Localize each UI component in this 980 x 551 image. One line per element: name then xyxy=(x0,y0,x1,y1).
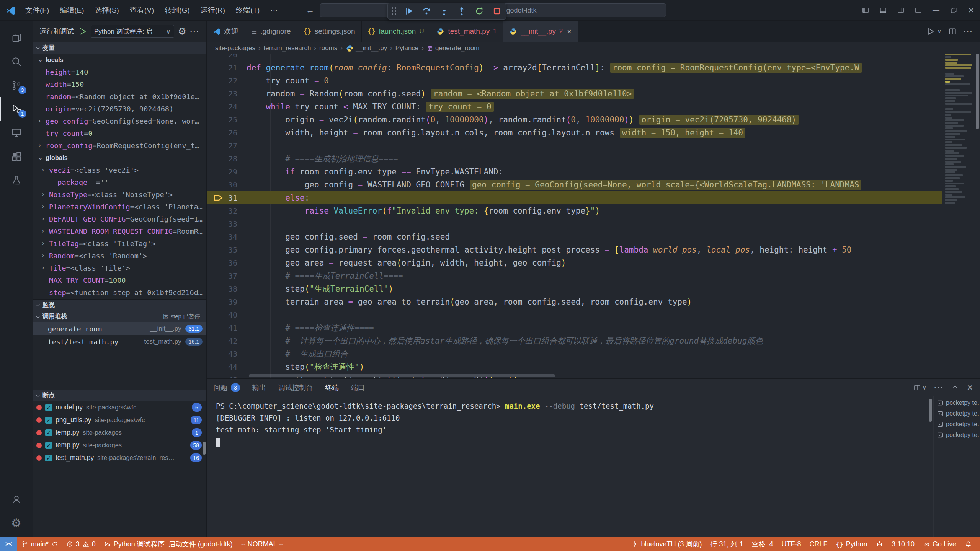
code-line-21[interactable]: def generate_room(room_config: RoomReque… xyxy=(247,61,942,74)
variable-row[interactable]: ›geo_config = GeoConfig(seed=None, wor… xyxy=(33,115,206,127)
terminal-instance[interactable]: pocketpy te… xyxy=(934,410,980,417)
encoding[interactable]: UTF-8 xyxy=(777,537,805,551)
code-line-27[interactable] xyxy=(247,139,942,152)
code-line-26[interactable]: width, height = room_config.layout.n_col… xyxy=(247,126,942,139)
variable-row[interactable]: step = <function step at 0x1bf9cd216d… xyxy=(41,286,206,298)
panel-tab-问题[interactable]: 问题3 xyxy=(214,379,240,396)
line-number[interactable]: 22 xyxy=(207,74,247,87)
variables-header[interactable]: 变量 xyxy=(33,42,206,54)
code-line-24[interactable]: while try_count < MAX_TRY_COUNT:try_coun… xyxy=(247,100,942,113)
code-line-37[interactable]: # ====生成TerrainCell==== xyxy=(247,269,942,282)
horizontal-scrollbar[interactable] xyxy=(249,374,555,377)
menu-item-2[interactable]: 选择(S) xyxy=(90,0,124,20)
line-number[interactable]: 41 xyxy=(207,321,247,334)
panel-tab-输出[interactable]: 输出 xyxy=(252,379,266,396)
continue-icon[interactable] xyxy=(404,6,414,16)
window-restore-icon[interactable] xyxy=(945,0,962,20)
code-line-32[interactable]: raise ValueError(f"Invalid env type: {ro… xyxy=(247,204,942,217)
activity-search-icon[interactable] xyxy=(0,50,33,73)
breakpoint-row[interactable]: ✓ test_math.py site-packages\terrain_res… xyxy=(33,452,206,464)
variable-row[interactable]: MAX_TRY_COUNT = 1000 xyxy=(41,274,206,286)
step-over-icon[interactable] xyxy=(421,6,431,16)
activity-debug-icon[interactable]: 1 xyxy=(0,97,33,121)
breadcrumb-item[interactable]: rooms xyxy=(319,44,337,52)
toggle-secondary-sidebar-icon[interactable] xyxy=(892,0,910,20)
indentation[interactable]: 空格: 4 xyxy=(748,537,777,551)
restart-icon[interactable] xyxy=(474,6,484,16)
line-number[interactable]: 30 xyxy=(207,178,247,191)
code-line-28[interactable]: # ====生成初始地理信息==== xyxy=(247,152,942,165)
menu-item-3[interactable]: 查看(V) xyxy=(124,0,159,20)
breakpoint-checkbox[interactable]: ✓ xyxy=(45,455,52,461)
panel-more-icon[interactable]: ··· xyxy=(934,383,944,392)
problems-status[interactable]: 3 0 xyxy=(62,537,100,551)
debug-toolbar-grip[interactable] xyxy=(392,7,396,15)
code-line-31[interactable]: else: xyxy=(247,191,942,204)
line-number[interactable]: 26 xyxy=(207,126,247,139)
variable-row[interactable]: ›PlanetaryWindConfig = <class 'Planeta… xyxy=(41,201,206,213)
variable-row[interactable]: ›WASTELAND_ROOM_REQUEST_CONFIG = RoomR… xyxy=(41,225,206,237)
more-actions-icon[interactable]: ··· xyxy=(190,27,200,36)
cursor-position[interactable]: 行 31, 列 1 xyxy=(706,537,748,551)
watch-header[interactable]: 监视 xyxy=(33,299,206,311)
panel-tab-端口[interactable]: 端口 xyxy=(351,379,365,396)
step-out-icon[interactable] xyxy=(457,6,467,16)
code-line-33[interactable] xyxy=(247,217,942,230)
line-number[interactable]: 21 xyxy=(207,61,247,74)
variable-row[interactable]: try_count = 0 xyxy=(33,127,206,139)
run-icon[interactable] xyxy=(926,27,935,36)
terminal-output[interactable]: PS C:\computer_science\godot-ldtk\site-p… xyxy=(207,396,933,537)
step-into-icon[interactable] xyxy=(439,6,449,16)
activity-settings-gear-icon[interactable]: ⚙ xyxy=(0,511,33,535)
menu-item-1[interactable]: 编辑(E) xyxy=(54,0,89,20)
minimap[interactable] xyxy=(942,54,975,378)
breadcrumb-item[interactable]: generate_room xyxy=(427,44,479,52)
go-live-item[interactable]: Go Live xyxy=(919,537,960,551)
git-blame-item[interactable]: blueloveTH (3 周前) xyxy=(627,537,706,551)
line-number[interactable]: 43 xyxy=(207,347,247,360)
scope-locals[interactable]: ⌄locals xyxy=(33,54,206,66)
window-close-icon[interactable]: ✕ xyxy=(962,0,980,20)
activity-account-icon[interactable] xyxy=(0,487,33,511)
breakpoints-header[interactable]: 断点 xyxy=(33,390,206,401)
code-line-35[interactable]: geo_config.primary_forces.geothermal_act… xyxy=(247,243,942,256)
editor-more-icon[interactable]: ··· xyxy=(964,27,973,36)
code-line-25[interactable]: origin = vec2i(random.randint(0, 1000000… xyxy=(247,113,942,126)
line-number[interactable]: 32 xyxy=(207,204,247,217)
menu-item-5[interactable]: 运行(R) xyxy=(195,0,230,20)
git-branch-item[interactable]: main* xyxy=(17,537,62,551)
breakpoint-row[interactable]: ✓ temp.py site-packages 58 xyxy=(33,439,206,452)
line-number[interactable]: 38 xyxy=(207,282,247,295)
debug-start-icon[interactable] xyxy=(78,27,87,36)
nav-back-icon[interactable]: ← xyxy=(306,5,314,15)
menu-item-4[interactable]: 转到(G) xyxy=(159,0,195,20)
breakpoint-checkbox[interactable]: ✓ xyxy=(45,429,52,436)
line-number[interactable]: 23 xyxy=(207,87,247,100)
gear-icon[interactable]: ⚙ xyxy=(178,26,186,37)
panel-tab-调试控制台[interactable]: 调试控制台 xyxy=(278,379,313,396)
activity-source-control-icon[interactable]: 3 xyxy=(0,73,33,97)
code-line-34[interactable]: geo_config.seed = room_config.seed xyxy=(247,230,942,243)
variable-row[interactable]: ›Tile = <class 'Tile'> xyxy=(41,262,206,274)
code-line-29[interactable]: if room_config.env_type == EnvType.WASTE… xyxy=(247,165,942,178)
line-number[interactable]: 34 xyxy=(207,230,247,243)
terminal-instance[interactable]: pocketpy te… xyxy=(934,421,980,428)
tab-欢迎[interactable]: 欢迎 xyxy=(207,21,245,42)
eol-sequence[interactable]: CRLF xyxy=(805,537,832,551)
activity-remote-explorer-icon[interactable] xyxy=(0,121,33,145)
panel-maximize-icon[interactable] xyxy=(951,384,959,391)
line-number[interactable]: 20 xyxy=(207,54,247,61)
editor-scrollbar[interactable] xyxy=(975,54,980,378)
code-line-42[interactable]: # 计算每一个出口的中心，然后使用astar生成路径，确保每一个出口组合都可以联… xyxy=(247,334,942,347)
terminal-scrollbar[interactable] xyxy=(929,399,932,422)
split-editor-icon[interactable] xyxy=(948,27,957,36)
variable-row[interactable]: origin = vec2i(7205730, 9024468) xyxy=(33,103,206,115)
customize-layout-icon[interactable] xyxy=(910,0,927,20)
tab-close-icon[interactable]: × xyxy=(567,27,572,36)
breakpoint-row[interactable]: ✓ temp.py site-packages 1 xyxy=(33,426,206,439)
variable-row[interactable]: ›NoiseType = <class 'NoiseType'> xyxy=(41,188,206,201)
menu-item-7[interactable]: ··· xyxy=(265,0,283,20)
editor-gutter[interactable]: 2021222324252627282930313233343536373839… xyxy=(207,54,247,378)
line-number[interactable]: 39 xyxy=(207,295,247,308)
line-number[interactable]: 42 xyxy=(207,334,247,347)
